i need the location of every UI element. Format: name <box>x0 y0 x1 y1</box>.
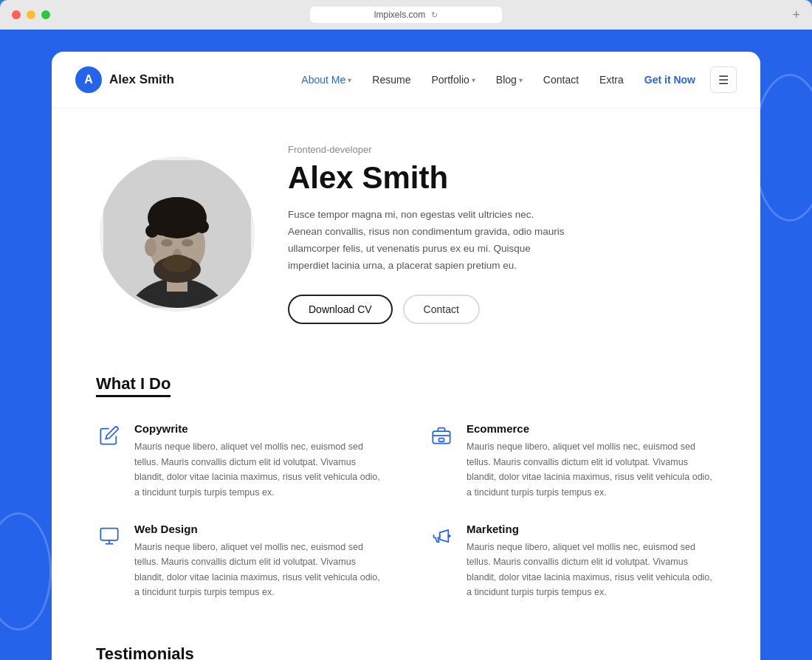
testimonials-title: Testimonials <box>96 644 194 660</box>
service-copywrite-title: Copywrite <box>134 422 384 435</box>
nav-blog[interactable]: Blog ▾ <box>496 74 523 86</box>
logo-avatar: A <box>75 66 102 93</box>
browser-chrome: lmpixels.com ↻ + <box>0 0 812 30</box>
service-marketing-desc: Mauris neque libero, aliquet vel mollis … <box>467 540 716 601</box>
service-ecommerce-content: Ecommerce Mauris neque libero, aliquet v… <box>467 422 716 501</box>
service-copywrite-desc: Mauris neque libero, aliquet vel mollis … <box>134 439 384 501</box>
service-copywrite-content: Copywrite Mauris neque libero, aliquet v… <box>134 422 384 501</box>
svg-point-14 <box>196 220 209 233</box>
hero-title: Alex Smith <box>288 161 716 195</box>
logo-area: A Alex Smith <box>75 66 301 93</box>
url-text: lmpixels.com <box>374 10 425 20</box>
profile-image-wrapper <box>96 138 258 330</box>
hero-description: Fusce tempor magna mi, non egestas velit… <box>288 207 568 275</box>
svg-point-20 <box>162 255 192 272</box>
svg-rect-24 <box>100 528 117 540</box>
address-bar[interactable]: lmpixels.com ↻ <box>310 7 502 23</box>
navbar: A Alex Smith About Me ▾ Resume Portfolio… <box>52 52 760 109</box>
svg-point-17 <box>161 239 173 247</box>
nav-contact[interactable]: Contact <box>543 74 579 86</box>
nav-links: About Me ▾ Resume Portfolio ▾ Blog ▾ Con… <box>301 74 695 86</box>
svg-point-16 <box>145 238 156 256</box>
chevron-down-icon: ▾ <box>519 76 523 84</box>
service-ecommerce: Ecommerce Mauris neque libero, aliquet v… <box>428 422 716 501</box>
service-webdesign: Web Design Mauris neque libero, aliquet … <box>96 523 384 601</box>
deco-circle-right <box>753 74 812 221</box>
chevron-down-icon: ▾ <box>472 76 475 84</box>
minimize-button[interactable] <box>27 10 35 19</box>
nav-get-now[interactable]: Get it Now <box>644 74 695 86</box>
service-webdesign-content: Web Design Mauris neque libero, aliquet … <box>134 523 384 601</box>
testimonials-section: Testimonials <box>52 630 760 660</box>
chevron-down-icon: ▾ <box>348 76 351 84</box>
maximize-button[interactable] <box>41 10 50 19</box>
what-i-do-title: What I Do <box>96 374 171 397</box>
pencil-icon <box>96 422 123 449</box>
close-button[interactable] <box>12 10 21 19</box>
svg-point-15 <box>145 224 159 238</box>
background: A Alex Smith About Me ▾ Resume Portfolio… <box>0 30 812 660</box>
store-icon <box>428 422 455 449</box>
service-webdesign-title: Web Design <box>134 523 384 535</box>
service-copywrite: Copywrite Mauris neque libero, aliquet v… <box>96 422 384 501</box>
monitor-icon <box>96 523 123 549</box>
services-section: What I Do Copywrite Mauris neque libero,… <box>52 360 760 630</box>
hamburger-button[interactable]: ☰ <box>710 66 737 93</box>
deco-circle-left <box>0 512 52 630</box>
logo-name: Alex Smith <box>109 72 174 87</box>
svg-point-18 <box>182 239 193 247</box>
svg-point-25 <box>448 534 450 536</box>
nav-resume[interactable]: Resume <box>372 74 410 86</box>
hero-section: Frontend-developer Alex Smith Fusce temp… <box>52 109 760 360</box>
service-webdesign-desc: Mauris neque libero, aliquet vel mollis … <box>134 540 384 601</box>
services-grid: Copywrite Mauris neque libero, aliquet v… <box>96 422 716 600</box>
nav-extra[interactable]: Extra <box>599 74 624 86</box>
service-marketing-title: Marketing <box>467 523 716 535</box>
contact-button[interactable]: Contact <box>403 295 480 324</box>
hamburger-icon: ☰ <box>718 73 729 87</box>
refresh-icon[interactable]: ↻ <box>431 10 438 20</box>
service-ecommerce-desc: Mauris neque libero, aliquet vel mollis … <box>467 439 716 501</box>
profile-circle <box>100 157 255 312</box>
service-marketing-content: Marketing Mauris neque libero, aliquet v… <box>467 523 716 601</box>
service-marketing: Marketing Mauris neque libero, aliquet v… <box>428 523 716 601</box>
main-card: A Alex Smith About Me ▾ Resume Portfolio… <box>52 52 760 660</box>
megaphone-icon <box>428 523 455 549</box>
svg-point-11 <box>161 209 176 224</box>
service-ecommerce-title: Ecommerce <box>467 422 716 435</box>
download-cv-button[interactable]: Download CV <box>288 295 393 324</box>
svg-rect-23 <box>439 439 444 442</box>
hero-subtitle: Frontend-developer <box>288 144 716 155</box>
new-tab-button[interactable]: + <box>792 7 800 23</box>
profile-image <box>103 160 251 308</box>
nav-portfolio[interactable]: Portfolio ▾ <box>431 74 475 86</box>
hero-buttons: Download CV Contact <box>288 295 716 324</box>
hero-content: Frontend-developer Alex Smith Fusce temp… <box>288 144 716 325</box>
nav-about-me[interactable]: About Me ▾ <box>301 74 351 86</box>
